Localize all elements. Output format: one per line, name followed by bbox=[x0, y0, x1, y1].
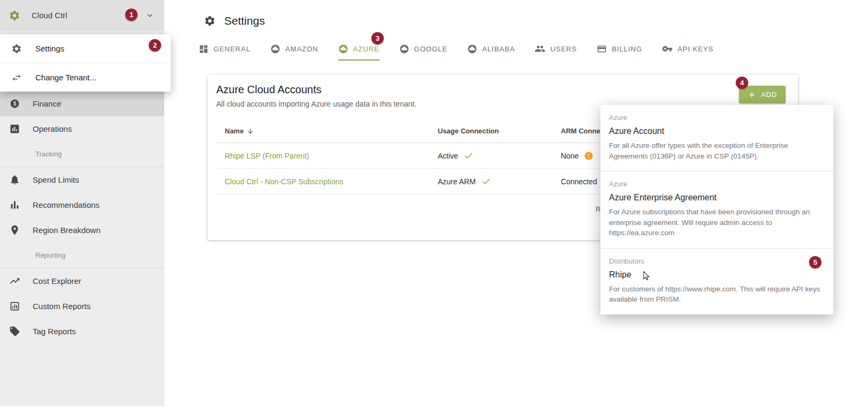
page-title: Settings bbox=[224, 14, 265, 27]
sidebar-item-spend-limits[interactable]: Spend Limits bbox=[0, 167, 164, 192]
menu-item-rhipe[interactable]: Distributors Rhipe For customers of http… bbox=[600, 248, 833, 314]
mouse-cursor-icon bbox=[641, 271, 651, 284]
sidebar-item-tag-reports[interactable]: Tag Reports bbox=[0, 319, 164, 344]
sidebar-nav: $ Finance Operations Tracking Spend Limi… bbox=[0, 91, 164, 344]
finance-icon: $ bbox=[9, 98, 21, 109]
tab-alibaba[interactable]: ALIBABA bbox=[467, 38, 515, 61]
tag-icon bbox=[9, 326, 21, 337]
card-title: Azure Cloud Accounts bbox=[216, 84, 789, 96]
sidebar-section-tracking: Tracking bbox=[0, 141, 164, 167]
column-header-name[interactable]: Name bbox=[216, 119, 429, 143]
sidebar-item-recommendations[interactable]: Recommendations bbox=[0, 192, 164, 218]
settings-tabs: GENERAL AMAZON AZURE GOOGLE ALIBABA bbox=[199, 38, 713, 61]
azure-cloud-icon bbox=[338, 44, 348, 54]
annotation-marker-3: 3 bbox=[371, 32, 384, 44]
tenant-name: Cloud Ctrl bbox=[32, 11, 67, 20]
warning-icon bbox=[584, 151, 593, 161]
annotation-marker-4: 4 bbox=[736, 77, 748, 89]
sidebar-item-region-breakdown[interactable]: Region Breakdown bbox=[0, 218, 164, 243]
chart-outline-icon bbox=[9, 301, 21, 312]
svg-text:$: $ bbox=[13, 101, 17, 107]
credit-card-icon bbox=[597, 44, 607, 54]
sort-descending-icon bbox=[247, 128, 254, 135]
gear-icon bbox=[11, 43, 23, 54]
tab-general[interactable]: GENERAL bbox=[199, 38, 250, 61]
menu-item-change-tenant[interactable]: Change Tenant... bbox=[0, 63, 171, 92]
sidebar-item-cost-explorer[interactable]: Cost Explorer bbox=[0, 268, 164, 294]
annotation-marker-2: 2 bbox=[149, 39, 161, 51]
plus-icon bbox=[748, 91, 756, 99]
trending-up-icon bbox=[9, 275, 21, 287]
page-header: Settings bbox=[204, 14, 265, 27]
tab-users[interactable]: USERS bbox=[535, 38, 577, 61]
dashboard-icon bbox=[199, 44, 209, 54]
sidebar-item-custom-reports[interactable]: Custom Reports bbox=[0, 294, 164, 319]
bar-chart-icon bbox=[9, 199, 21, 211]
menu-item-azure-enterprise-agreement[interactable]: Azure Azure Enterprise Agreement For Azu… bbox=[600, 171, 833, 248]
account-link[interactable]: Rhipe LSP (From Parent) bbox=[225, 152, 309, 160]
menu-item-azure-account[interactable]: Azure Azure Account For all Azure offer … bbox=[600, 105, 833, 171]
amazon-cloud-icon bbox=[270, 44, 280, 54]
users-icon bbox=[535, 43, 545, 54]
check-icon bbox=[481, 176, 491, 186]
add-account-menu: Azure Azure Account For all Azure offer … bbox=[600, 105, 833, 314]
tab-amazon[interactable]: AMAZON bbox=[270, 38, 318, 61]
google-cloud-icon bbox=[399, 44, 409, 54]
settings-gear-icon bbox=[204, 15, 216, 27]
swap-horizontal-icon bbox=[11, 72, 23, 83]
chevron-down-icon bbox=[145, 11, 155, 20]
sidebar-item-finance[interactable]: $ Finance bbox=[0, 91, 164, 116]
tenant-dropdown-menu: Settings Change Tenant... bbox=[0, 34, 171, 92]
chart-box-icon bbox=[9, 123, 21, 134]
account-link[interactable]: Cloud Ctrl - Non-CSP Subscriptions bbox=[225, 177, 344, 186]
app-window: Cloud Ctrl $ Finance Operations Tracking bbox=[0, 0, 868, 420]
sidebar-item-operations[interactable]: Operations bbox=[0, 116, 164, 141]
tab-google[interactable]: GOOGLE bbox=[399, 38, 447, 61]
annotation-marker-1: 1 bbox=[125, 9, 138, 21]
tab-billing[interactable]: BILLING bbox=[597, 38, 642, 61]
map-pin-icon bbox=[9, 224, 21, 236]
alibaba-cloud-icon bbox=[467, 44, 477, 54]
annotation-marker-5: 5 bbox=[809, 256, 821, 268]
add-account-button[interactable]: ADD bbox=[739, 86, 786, 103]
check-icon bbox=[463, 151, 474, 161]
key-icon bbox=[662, 43, 673, 54]
column-header-usage-connection[interactable]: Usage Connection bbox=[429, 119, 552, 143]
bell-icon bbox=[9, 174, 21, 185]
usage-connection-status: Active bbox=[438, 151, 552, 161]
menu-item-settings[interactable]: Settings bbox=[0, 34, 171, 63]
sidebar-section-reporting: Reporting bbox=[0, 243, 164, 268]
usage-connection-status: Azure ARM bbox=[438, 176, 552, 186]
tab-api-keys[interactable]: API KEYS bbox=[662, 38, 713, 61]
tenant-switcher[interactable]: Cloud Ctrl bbox=[0, 0, 164, 31]
app-logo-gear-icon bbox=[9, 10, 20, 21]
